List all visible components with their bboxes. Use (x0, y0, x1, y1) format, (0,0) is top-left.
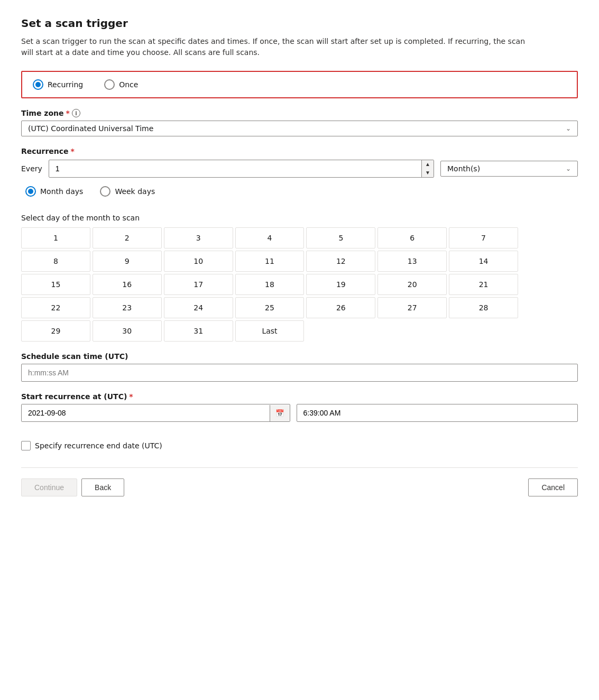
day-cell-25[interactable]: 25 (235, 297, 305, 318)
day-cell-last[interactable]: Last (235, 320, 305, 342)
back-button[interactable]: Back (81, 478, 124, 496)
spin-down-button[interactable]: ▼ (422, 169, 434, 177)
day-cell-12[interactable]: 12 (306, 251, 375, 272)
month-days-radio[interactable] (25, 186, 36, 197)
period-chevron-icon: ⌄ (566, 165, 571, 172)
day-cell-14[interactable]: 14 (449, 251, 518, 272)
day-cell-27[interactable]: 27 (377, 297, 447, 318)
once-option[interactable]: Once (104, 79, 138, 90)
timezone-label: Time zone * i (21, 109, 578, 117)
day-cell-5[interactable]: 5 (306, 227, 375, 248)
start-recurrence-section: Start recurrence at (UTC) * 📅 (21, 392, 578, 422)
day-cell-30[interactable]: 30 (93, 320, 162, 342)
month-days-option[interactable]: Month days (25, 186, 83, 197)
calendar-grid: 1234567891011121314151617181920212223242… (21, 227, 518, 342)
week-days-option[interactable]: Week days (100, 186, 155, 197)
day-cell-23[interactable]: 23 (93, 297, 162, 318)
recurring-option[interactable]: Recurring (33, 79, 83, 90)
day-cell-15[interactable]: 15 (21, 274, 90, 295)
day-cell-3[interactable]: 3 (164, 227, 233, 248)
every-number-wrapper: ▲ ▼ (49, 160, 434, 178)
day-cell-20[interactable]: 20 (377, 274, 447, 295)
day-cell-1[interactable]: 1 (21, 227, 90, 248)
day-cell-4[interactable]: 4 (235, 227, 305, 248)
day-cell-31[interactable]: 31 (164, 320, 233, 342)
page-title: Set a scan trigger (21, 17, 578, 30)
recurrence-required-star: * (71, 147, 75, 155)
cancel-button[interactable]: Cancel (528, 478, 578, 496)
day-cell-19[interactable]: 19 (306, 274, 375, 295)
once-radio[interactable] (104, 79, 115, 90)
timezone-dropdown[interactable]: (UTC) Coordinated Universal Time ⌄ (21, 121, 578, 136)
calendar-icon-button[interactable]: 📅 (270, 405, 290, 421)
recurring-label: Recurring (48, 80, 83, 89)
day-cell-8[interactable]: 8 (21, 251, 90, 272)
month-days-label: Month days (40, 187, 83, 196)
day-cell-26[interactable]: 26 (306, 297, 375, 318)
day-cell-11[interactable]: 11 (235, 251, 305, 272)
day-cell-7[interactable]: 7 (449, 227, 518, 248)
calendar-section: Select day of the month to scan 12345678… (21, 214, 578, 342)
end-date-checkbox[interactable] (21, 441, 31, 450)
schedule-time-label: Schedule scan time (UTC) (21, 352, 578, 361)
day-cell-21[interactable]: 21 (449, 274, 518, 295)
date-input[interactable] (22, 404, 270, 421)
spin-buttons: ▲ ▼ (421, 160, 434, 177)
day-cell-24[interactable]: 24 (164, 297, 233, 318)
recurrence-section: Recurrence * Every ▲ ▼ Month(s) ⌄ Month … (21, 147, 578, 203)
week-days-label: Week days (115, 187, 155, 196)
start-recurrence-label: Start recurrence at (UTC) * (21, 392, 578, 401)
date-input-wrapper: 📅 (21, 404, 290, 422)
recurrence-label: Recurrence * (21, 147, 578, 155)
timezone-info-icon[interactable]: i (72, 109, 80, 117)
start-recurrence-row: 📅 (21, 404, 578, 422)
day-cell-9[interactable]: 9 (93, 251, 162, 272)
timezone-chevron-icon: ⌄ (566, 125, 571, 132)
period-dropdown[interactable]: Month(s) ⌄ (440, 161, 578, 177)
trigger-type-group: Recurring Once (21, 71, 578, 98)
recurrence-row: Every ▲ ▼ Month(s) ⌄ (21, 160, 578, 178)
footer: Continue Back Cancel (21, 467, 578, 507)
every-label: Every (21, 164, 42, 173)
recurring-radio[interactable] (33, 79, 43, 90)
start-time-input[interactable] (297, 404, 578, 422)
day-cell-28[interactable]: 28 (449, 297, 518, 318)
page-description: Set a scan trigger to run the scan at sp… (21, 36, 529, 58)
footer-left-buttons: Continue Back (21, 478, 124, 496)
schedule-time-input[interactable] (21, 364, 578, 382)
calendar-label: Select day of the month to scan (21, 214, 578, 222)
day-cell-2[interactable]: 2 (93, 227, 162, 248)
once-label: Once (119, 80, 138, 89)
end-date-row: Specify recurrence end date (UTC) (21, 441, 578, 450)
end-date-label: Specify recurrence end date (UTC) (35, 441, 162, 450)
day-cell-6[interactable]: 6 (377, 227, 447, 248)
timezone-required-star: * (66, 109, 70, 117)
day-cell-16[interactable]: 16 (93, 274, 162, 295)
timezone-section: Time zone * i (UTC) Coordinated Universa… (21, 109, 578, 136)
every-number-input[interactable] (49, 161, 421, 176)
spin-up-button[interactable]: ▲ (422, 160, 434, 169)
day-cell-13[interactable]: 13 (377, 251, 447, 272)
day-cell-29[interactable]: 29 (21, 320, 90, 342)
day-cell-17[interactable]: 17 (164, 274, 233, 295)
day-cell-18[interactable]: 18 (235, 274, 305, 295)
week-days-radio[interactable] (100, 186, 110, 197)
page-container: Set a scan trigger Set a scan trigger to… (0, 0, 599, 700)
day-type-group: Month days Week days (21, 186, 578, 197)
schedule-time-section: Schedule scan time (UTC) (21, 352, 578, 382)
start-recurrence-required-star: * (129, 392, 133, 401)
period-value: Month(s) (447, 164, 480, 173)
continue-button[interactable]: Continue (21, 478, 77, 496)
timezone-value: (UTC) Coordinated Universal Time (28, 124, 153, 133)
day-cell-10[interactable]: 10 (164, 251, 233, 272)
day-cell-22[interactable]: 22 (21, 297, 90, 318)
